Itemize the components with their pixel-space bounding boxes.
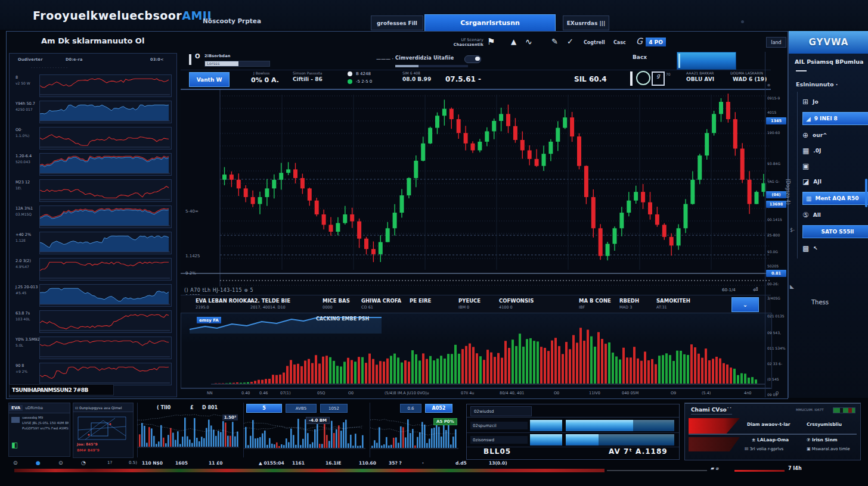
- footer-status-icon[interactable]: ●: [36, 460, 41, 466]
- wave-icon[interactable]: ∿: [525, 37, 532, 46]
- mini2-button-2[interactable]: AVB5: [286, 404, 317, 413]
- watchlist-header-mid[interactable]: D0:e-ra: [66, 57, 83, 62]
- sidebar-title-underline: [796, 70, 807, 71]
- lower-panel-expand-button[interactable]: ⌄: [731, 297, 759, 312]
- sidebar-menu-item[interactable]: ◪AJI: [802, 176, 868, 187]
- blue-display[interactable]: [677, 52, 736, 70]
- volume-chart-area[interactable]: emsy FA CACKING EMBE PSH: [181, 313, 772, 389]
- mini2-body[interactable]: -4.0 BM: [244, 413, 368, 450]
- price-scale-label: 190-60: [767, 130, 780, 135]
- return-icon[interactable]: ⏎: [753, 286, 758, 293]
- sidebar-action-button[interactable]: SATO S55ll: [802, 225, 868, 238]
- casc-label[interactable]: Casc: [613, 40, 626, 45]
- main-chart-area[interactable]: 5-40=1.14259 2%1.130005000: [181, 90, 771, 286]
- watchlist-row-sublabel: #5.45: [16, 291, 26, 295]
- volume-histogram[interactable]: [181, 313, 770, 387]
- sidebar-vertical-label: (Dogsza 4): [785, 179, 790, 204]
- topbar-button-primary[interactable]: Csrganrlsrtusnn: [424, 14, 556, 32]
- gauge-long-bar-dim: [599, 434, 674, 446]
- watchlist-row[interactable]: 2.0 3(2)4.9%47: [12, 256, 173, 281]
- gauge-long-bar[interactable]: [566, 434, 674, 446]
- gauge-long-bar[interactable]: [566, 420, 674, 431]
- lower-column-label: COFWONSIS: [499, 298, 534, 304]
- watchlist-row[interactable]: +40 2%1.12E: [12, 230, 173, 255]
- wireframe-header[interactable]: ⊡ 0unpiupgyva ava Qimel: [73, 403, 134, 412]
- watchlist-row[interactable]: O0·1.1.0%): [12, 125, 173, 150]
- sidebar-menu-item[interactable]: ▣: [802, 161, 868, 172]
- iand-button[interactable]: Iand: [766, 37, 786, 48]
- news-body[interactable]: uassssbg M9LIVSE JBL JS-05L 150 40M BMA6…: [8, 413, 70, 457]
- sidebar-chevron[interactable]: ◣: [790, 284, 794, 289]
- wireframe-body[interactable]: Joa: 845°9 BM# B49°9: [73, 412, 134, 458]
- gauge-row: 02spumzcil: [467, 419, 679, 433]
- watchlist-row[interactable]: Y0% 3.5M925.0L: [12, 335, 173, 360]
- badge-4po[interactable]: 4 PO: [646, 38, 666, 46]
- mini-chart-panel-2: 5 AVB5 1052 -4.0 BM: [243, 403, 368, 457]
- gauge-tab[interactable]: 02wiudsd: [470, 406, 532, 416]
- watchlist-header-left[interactable]: Oudiverter: [18, 57, 43, 62]
- mini3-button-1[interactable]: 0.6: [400, 404, 421, 413]
- chat-bubble-icon[interactable]: [636, 71, 650, 85]
- pencil-icon[interactable]: ✎: [551, 37, 558, 46]
- watchlist-row-sublabel: 03.M15Q: [16, 212, 32, 216]
- watchlist-row-label: +40 2%: [16, 232, 31, 237]
- watchlist-row[interactable]: M23 121E\: [12, 177, 173, 202]
- sidebar-scrollbar[interactable]: [865, 179, 867, 207]
- sidebar-menu-item[interactable]: ⊞Jo: [802, 96, 868, 107]
- watchlist-header-right[interactable]: 03:0<: [150, 57, 164, 62]
- watchlist-row[interactable]: 90 8+9 2%: [12, 361, 173, 386]
- info-header: Chami CVso˙˙: [691, 407, 732, 415]
- footer-status-icon[interactable]: ⊙: [58, 460, 63, 466]
- sidebar-menu-item[interactable]: ◢9 INEI 8: [802, 112, 868, 125]
- menu-item-icon: ▥: [806, 195, 811, 202]
- news-chip-icon[interactable]: ◧: [11, 441, 18, 449]
- watchlist-row[interactable]: 8v2 50 W: [12, 73, 173, 98]
- stat1-label: J Bowlsss: [253, 71, 269, 75]
- sidebar-menu-item[interactable]: ⊕our^: [802, 130, 868, 141]
- watchlist-row[interactable]: Y94h 50.74250 017: [12, 99, 173, 124]
- mini2-button-1[interactable]: 5: [246, 404, 282, 413]
- dot-white: [348, 71, 352, 76]
- watchlist-row[interactable]: 12A 3%103.M15Q: [12, 204, 173, 229]
- timeframe-button[interactable]: Vanth W: [189, 72, 230, 87]
- sidebar-menu-item[interactable]: ▥Ment AQA R50: [802, 192, 868, 205]
- mini1-h1: ( TII0: [157, 405, 170, 410]
- topbar-button-1[interactable]: grofesses Fill: [371, 15, 423, 30]
- sidebar-menu-item[interactable]: ⑤All: [802, 210, 868, 220]
- sidebar-menu-item[interactable]: ▩↖: [802, 243, 868, 254]
- watchlist-row[interactable]: 63.8 7s103 40L: [12, 309, 173, 334]
- info-r2c2[interactable]: ⑦ Irisn Sinm: [807, 437, 838, 443]
- watchlist-row-sublabel: 103 40L: [16, 317, 30, 321]
- chart-header-row2: Vanth W J Bowlsss 0% 0 A. Simson Passsst…: [181, 70, 771, 90]
- candlestick-chart[interactable]: [181, 90, 771, 286]
- menu-item-icon: ⊕: [802, 131, 808, 139]
- footer-status-icon[interactable]: ⊙: [13, 460, 18, 466]
- info-r3c1[interactable]: III 3rl volia r-gprlvs: [745, 447, 783, 451]
- sidebar-lower-label[interactable]: Thess: [811, 299, 829, 306]
- check-icon[interactable]: ✓: [567, 37, 574, 46]
- topbar-button-3[interactable]: EXusrrdas |||: [563, 15, 609, 30]
- price-scale[interactable]: ⊛0915-940151345190-6093-84GYAG G-(04)136…: [765, 52, 788, 397]
- watchlist-row[interactable]: 1.20-6.4520.043: [12, 151, 173, 176]
- note-box-icon[interactable]: g: [652, 71, 665, 86]
- info-divider: [689, 434, 857, 435]
- mini1-body[interactable]: 1.50³: [138, 412, 241, 449]
- flag-icon[interactable]: ⚑: [487, 36, 495, 47]
- line-tag[interactable]: emsy FA: [197, 317, 221, 323]
- watchlist-row[interactable]: J.25 20-013#5.45: [12, 282, 173, 307]
- info-r3c2[interactable]: ▣ Mswaral.avo timle: [807, 447, 850, 451]
- chart-type-icon[interactable]: ▲: [511, 38, 516, 46]
- info-r2c1[interactable]: ± LALaap-Oma: [752, 437, 789, 443]
- info-r1c2[interactable]: Crssyumisbliu: [807, 422, 842, 427]
- lower-column: SAMOKITEHAT:31: [656, 298, 690, 310]
- mini3-body[interactable]: A5 P0%: [370, 413, 461, 450]
- mini3-button-2[interactable]: A052: [425, 404, 452, 413]
- cogtrell-label[interactable]: Cogtrell: [584, 40, 605, 45]
- footer-status-icon[interactable]: ◔: [81, 460, 86, 466]
- overlay-toggle[interactable]: [464, 55, 481, 63]
- info-r1c1[interactable]: Diam awaov-t-lar: [747, 422, 790, 427]
- sidebar-menu-item[interactable]: ▦.0J: [802, 145, 868, 156]
- mini-chart-panel-1: ( TII0 £ D 801 1.50³: [137, 403, 241, 457]
- stat2-value: Ciftili - 86: [293, 76, 323, 82]
- mini2-button-3[interactable]: 1052: [320, 404, 348, 413]
